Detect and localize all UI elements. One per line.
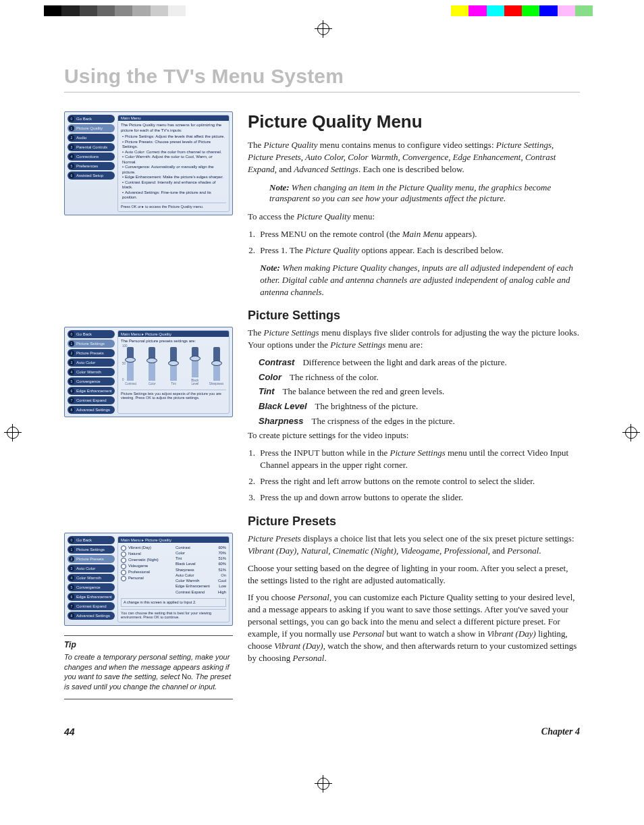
nav-pill: 5Convergence bbox=[68, 377, 115, 385]
nav-pill: 1Picture Quality bbox=[68, 124, 115, 132]
nav-pill: 0Go Back bbox=[68, 115, 115, 123]
preset-option: Personal bbox=[121, 576, 171, 581]
ps-paragraph: The Picture Settings menu displays five … bbox=[248, 327, 580, 351]
right-column: Picture Quality Menu The Picture Quality… bbox=[248, 111, 580, 327]
nav-pill: 2Picture Presets bbox=[68, 349, 115, 357]
nav-pill: 7Contrast Expand bbox=[68, 396, 115, 404]
pp-p1: Picture Presets displays a choice list t… bbox=[248, 533, 580, 557]
ps-line2: To create picture settings for the video… bbox=[248, 429, 580, 442]
panel3-breadcrumb: Main Menu ▸ Picture Quality bbox=[118, 537, 229, 543]
intro-paragraph: The Picture Quality menu contains menus … bbox=[248, 139, 580, 176]
def-sharpness: SharpnessThe crispness of the edges in t… bbox=[259, 415, 580, 427]
preset-value-row: Tint51% bbox=[176, 556, 226, 561]
h2-picture-presets: Picture Presets bbox=[248, 514, 580, 529]
color-bar-right bbox=[451, 5, 593, 16]
tip-heading: Tip bbox=[64, 640, 233, 649]
nav-pill: 3Parental Controls bbox=[68, 143, 115, 151]
preset-value-row: Black Level60% bbox=[176, 562, 226, 566]
nav-pill: 6Edge Enhancement bbox=[68, 387, 115, 395]
panel1-bullet: Auto Color: Correct the color from chann… bbox=[122, 150, 226, 155]
slider: Sharpness bbox=[211, 347, 222, 386]
page-number: 44 bbox=[64, 726, 75, 737]
def-tint: TintThe balance between the red and gree… bbox=[259, 385, 580, 398]
panel1-bullet: Color Warmth: Adjust the color to Cool, … bbox=[122, 155, 226, 165]
nav-pill: 2Audio bbox=[68, 134, 115, 142]
access-steps: Press MENU on the remote control (the Ma… bbox=[257, 228, 580, 298]
nav-pill: 5Convergence bbox=[68, 583, 115, 591]
panel1-bullet: Advanced Settings: Fine-tune the picture… bbox=[122, 190, 226, 201]
color-bar-left bbox=[44, 5, 186, 16]
note-1: Note: When changing an item in the Pictu… bbox=[269, 182, 580, 204]
preset-option: Videogame bbox=[121, 564, 171, 569]
preset-value-row: Edge EnhancementLow bbox=[176, 584, 226, 589]
def-contrast: ContrastDifference between the light and… bbox=[259, 356, 580, 369]
page: Using the TV's Menu System 0Go Back1Pict… bbox=[0, 0, 644, 825]
preset-value-row: Contrast60% bbox=[176, 545, 226, 550]
registration-mark-icon bbox=[317, 778, 329, 790]
panel1-bullet: Convergence: Automatically or manually a… bbox=[122, 165, 226, 175]
pp-p2: Choose your setting based on the degree … bbox=[248, 562, 580, 587]
h2-picture-settings: Picture Settings bbox=[248, 309, 580, 323]
preset-option: Cinematic (Night) bbox=[121, 558, 171, 563]
nav-pill: 3Auto Color bbox=[68, 358, 115, 367]
nav-pill: 0Go Back bbox=[68, 536, 115, 544]
nav-pill: 3Auto Color bbox=[68, 564, 115, 573]
nav-pill: 0Go Back bbox=[68, 330, 115, 338]
registration-mark-icon bbox=[625, 427, 637, 439]
def-color: ColorThe richness of the color. bbox=[259, 371, 580, 383]
content: Using the TV's Menu System 0Go Back1Pict… bbox=[0, 27, 644, 778]
panel3-footer: You can choose the setting that is best … bbox=[121, 609, 226, 619]
slider: Contrast bbox=[125, 347, 136, 386]
slider: Black Level bbox=[190, 347, 200, 386]
preset-value-row: Color WarmthCool bbox=[176, 579, 226, 583]
preset-value-row: Color70% bbox=[176, 551, 226, 556]
panel1-footer: Press OK or ▸ to access the Picture Qual… bbox=[121, 203, 226, 209]
panel1-bullet: Contrast Expand: Intensify and enhance s… bbox=[122, 180, 226, 190]
nav-pill: 6Edge Enhancement bbox=[68, 593, 115, 601]
nav-pill: 2Picture Presets bbox=[68, 555, 115, 563]
nav-pill: 4Connections bbox=[68, 153, 115, 161]
preset-option: Vibrant (Day) bbox=[121, 545, 171, 551]
nav-pill: 1Picture Settings bbox=[68, 340, 115, 348]
bottom-print-marks bbox=[0, 778, 644, 810]
slider: Color bbox=[146, 347, 157, 386]
preset-option: Natural bbox=[121, 552, 171, 557]
panel1-bullet: Picture Settings: Adjust the levels that… bbox=[122, 134, 226, 140]
ps-steps: Press the INPUT button while in the Pict… bbox=[257, 447, 580, 504]
registration-mark-icon bbox=[317, 23, 329, 35]
screenshot-picture-settings: 0Go Back1Picture Settings2Picture Preset… bbox=[64, 327, 233, 417]
def-black-level: Black LevelThe brightness of the picture… bbox=[259, 400, 580, 412]
tip-divider bbox=[64, 635, 233, 636]
pp-p3: If you choose Personal, you can customiz… bbox=[248, 591, 580, 664]
nav-pill: 8Advanced Settings bbox=[68, 612, 115, 620]
preset-value-row: Auto ColorOn bbox=[176, 573, 226, 578]
top-print-marks bbox=[0, 0, 644, 27]
access-line: To access the Picture Quality menu: bbox=[248, 211, 580, 223]
screenshot-picture-presets: 0Go Back1Picture Settings2Picture Preset… bbox=[64, 533, 233, 626]
panel2-breadcrumb: Main Menu ▸ Picture Quality bbox=[118, 331, 229, 337]
panel2-info-line: The Personal picture presets settings ar… bbox=[121, 339, 226, 344]
chapter-heading: Using the TV's Menu System bbox=[64, 65, 580, 88]
screenshot-main-menu: 0Go Back1Picture Quality2Audio3Parental … bbox=[64, 111, 233, 215]
panel2-footer: Picture Settings lets you adjust aspects… bbox=[121, 390, 226, 400]
h1-picture-quality: Picture Quality Menu bbox=[248, 111, 580, 132]
left-column: 0Go Back1Picture Quality2Audio3Parental … bbox=[64, 111, 233, 327]
divider bbox=[64, 92, 580, 92]
slider: Tint bbox=[168, 347, 179, 386]
nav-pill: 6Assisted Setup bbox=[68, 171, 115, 180]
nav-pill: 4Color Warmth bbox=[68, 574, 115, 582]
nav-pill: 1Picture Settings bbox=[68, 545, 115, 554]
tip-body: To create a temporary personal setting, … bbox=[64, 652, 233, 692]
registration-mark-icon bbox=[7, 427, 19, 439]
panel1-breadcrumb: Main Menu bbox=[118, 115, 229, 121]
nav-pill: 4Color Warmth bbox=[68, 368, 115, 376]
panel1-bullet: Picture Presets: Choose preset levels of… bbox=[122, 140, 226, 150]
tip-divider-bottom bbox=[64, 699, 233, 699]
preset-option: Professional bbox=[121, 570, 171, 575]
preset-value-row: Sharpness51% bbox=[176, 568, 226, 573]
panel1-info-line: The Picture Quality menu has screens for… bbox=[121, 123, 226, 133]
page-footer: 44 Chapter 4 bbox=[64, 726, 580, 737]
nav-pill: 8Advanced Settings bbox=[68, 406, 115, 414]
nav-pill: 7Contrast Expand bbox=[68, 602, 115, 610]
chapter-label: Chapter 4 bbox=[541, 726, 580, 737]
